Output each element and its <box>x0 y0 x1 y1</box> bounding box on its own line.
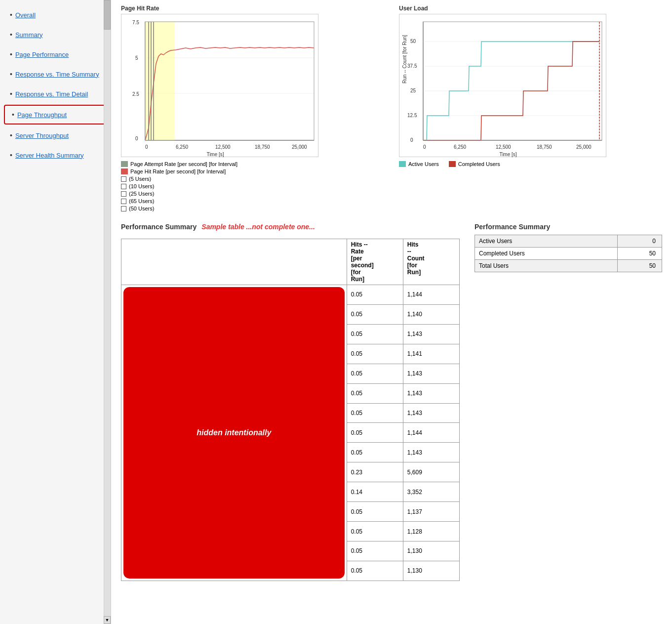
sidebar-item-overall[interactable]: • Overall <box>0 5 111 25</box>
legend-50-users: (50 Users) <box>121 206 384 211</box>
x-label-0: 0 <box>145 144 148 150</box>
perf-table: Hits --Rate[persecond][forRun] Hits--Cou… <box>121 239 460 581</box>
checkbox-65-users[interactable] <box>121 199 126 204</box>
x-label-25000: 25,000 <box>292 144 307 150</box>
sample-note: Sample table ...not complete one... <box>201 223 315 231</box>
row-10-rate: 0.14 <box>347 482 403 502</box>
sidebar-link-overall[interactable]: Overall <box>15 11 36 19</box>
legend-active-users: Active Users <box>399 161 439 167</box>
row-9-count: 5,609 <box>403 462 459 482</box>
page-hit-rate-title: Page Hit Rate <box>121 5 384 12</box>
bullet-server-health-summary: • <box>10 151 12 159</box>
sidebar-scroll-down[interactable]: ▼ <box>104 616 111 624</box>
bullet-overall: • <box>10 11 12 19</box>
label-10-users: (10 Users) <box>129 183 154 189</box>
row-10-count: 3,352 <box>403 482 459 502</box>
completed-users-label: Completed Users <box>458 161 500 167</box>
row-14-rate: 0.05 <box>347 561 403 581</box>
sidebar-item-server-throughput[interactable]: • Server Throughput <box>0 125 111 145</box>
row-7-rate: 0.05 <box>347 423 403 443</box>
hidden-label: hidden intentionally <box>197 428 271 437</box>
y-label-0: 0 <box>135 136 138 141</box>
row-6-count: 1,143 <box>403 403 459 423</box>
users-table-body: Active Users 0 Completed Users 50 Total … <box>475 235 662 272</box>
ul-chart-border <box>423 22 602 140</box>
sidebar-link-page-performance[interactable]: Page Performance <box>15 51 69 58</box>
row-8-count: 1,143 <box>403 443 459 462</box>
row-7-count: 1,144 <box>403 423 459 443</box>
checkbox-25-users[interactable] <box>121 191 126 197</box>
total-users-label-cell: Total Users <box>475 260 618 272</box>
sidebar-item-server-health-summary[interactable]: • Server Health Summary <box>0 145 111 165</box>
row-5-rate: 0.05 <box>347 383 403 403</box>
bullet-page-performance: • <box>10 50 12 58</box>
legend-65-users: (65 Users) <box>121 198 384 204</box>
row-2-rate: 0.05 <box>347 324 403 344</box>
yellow-highlight <box>145 22 175 140</box>
x-label-18750: 18,750 <box>255 144 270 150</box>
user-load-title: User Load <box>399 5 662 12</box>
y-label-5: 5 <box>135 55 138 61</box>
sidebar-link-server-health-summary[interactable]: Server Health Summary <box>15 152 84 159</box>
y-tick-37-5: 37.5 <box>407 63 417 69</box>
label-65-users: (65 Users) <box>129 198 154 204</box>
col-header-hits-count: Hits--Count[forRun] <box>403 239 459 285</box>
col-header-hits-rate: Hits --Rate[persecond][forRun] <box>347 239 403 285</box>
sidebar-link-summary[interactable]: Summary <box>15 31 43 39</box>
row-0-rate: 0.05 <box>347 285 403 305</box>
user-load-chart: Run -- Count [for Run] 0 12.5 25 37.5 50… <box>399 14 606 157</box>
legend-hit-rate: Page Hit Rate [per second] [for Interval… <box>121 168 384 174</box>
label-5-users: (5 Users) <box>129 176 151 182</box>
active-users-swatch <box>399 161 406 167</box>
y-tick-50: 50 <box>410 39 416 44</box>
y-tick-0: 0 <box>410 137 413 143</box>
hidden-cell: hidden intentionally <box>121 285 347 581</box>
page-hit-rate-legend: Page Attempt Rate [per second] [for Inte… <box>121 161 384 211</box>
sidebar-item-page-performance[interactable]: • Page Performance <box>0 44 111 64</box>
legend-25-users: (25 Users) <box>121 191 384 197</box>
sidebar-item-page-throughput[interactable]: • Page Throughput <box>4 105 107 125</box>
y-tick-25: 25 <box>410 88 416 93</box>
row-0-count: 1,144 <box>403 285 459 305</box>
checkbox-50-users[interactable] <box>121 206 126 211</box>
x-label-6250: 6,250 <box>176 144 188 150</box>
bullet-summary: • <box>10 31 12 39</box>
sidebar-scrollbar[interactable]: ▲ ▼ <box>104 0 111 624</box>
ul-x-axis-label: Time [s] <box>499 152 516 157</box>
sidebar-item-summary[interactable]: • Summary <box>0 25 111 44</box>
row-1-count: 1,140 <box>403 304 459 324</box>
table-header-row: Hits --Rate[persecond][forRun] Hits--Cou… <box>121 239 460 285</box>
legend-5-users: (5 Users) <box>121 176 384 182</box>
hit-rate-swatch <box>121 168 128 174</box>
active-users-label: Active Users <box>408 161 439 167</box>
ul-x-18750: 18,750 <box>537 144 552 150</box>
label-25-users: (25 Users) <box>129 191 154 197</box>
sidebar-link-response-time-summary[interactable]: Response vs. Time Summary <box>15 71 99 78</box>
sidebar-scrollbar-thumb[interactable] <box>104 0 111 30</box>
completed-users-label-cell: Completed Users <box>475 248 618 260</box>
main-content: Page Hit Rate 7.5 5 2.5 0 0 6,250 12,500… <box>111 0 672 624</box>
users-summary-heading: Performance Summary <box>474 223 662 231</box>
sidebar-link-server-throughput[interactable]: Server Throughput <box>15 132 69 139</box>
hidden-red-block: hidden intentionally <box>123 287 345 579</box>
user-load-container: User Load Run -- Count [for Run] 0 12.5 … <box>399 5 662 213</box>
label-50-users: (50 Users) <box>129 206 154 211</box>
ul-x-25000: 25,000 <box>576 144 592 150</box>
row-4-count: 1,143 <box>403 364 459 383</box>
bullet-response-time-detail: • <box>10 90 12 98</box>
users-summary-table: Active Users 0 Completed Users 50 Total … <box>474 235 662 272</box>
row-13-rate: 0.05 <box>347 541 403 561</box>
checkbox-5-users[interactable] <box>121 176 126 182</box>
sidebar-item-response-time-summary[interactable]: • Response vs. Time Summary <box>0 64 111 84</box>
sidebar-link-page-throughput[interactable]: Page Throughput <box>17 111 67 119</box>
sidebar-item-response-time-detail[interactable]: • Response vs. Time Detail <box>0 84 111 104</box>
row-1-rate: 0.05 <box>347 304 403 324</box>
perf-table-body: hidden intentionally 0.05 1,144 0.05 1,1… <box>121 285 460 581</box>
users-row-completed: Completed Users 50 <box>475 248 662 260</box>
ul-x-0: 0 <box>423 144 426 150</box>
x-label-12500: 12,500 <box>215 144 231 150</box>
bullet-response-time-summary: • <box>10 70 12 78</box>
checkbox-10-users[interactable] <box>121 184 126 189</box>
perf-section: Performance Summary Sample table ...not … <box>121 223 662 581</box>
sidebar-link-response-time-detail[interactable]: Response vs. Time Detail <box>15 90 88 98</box>
